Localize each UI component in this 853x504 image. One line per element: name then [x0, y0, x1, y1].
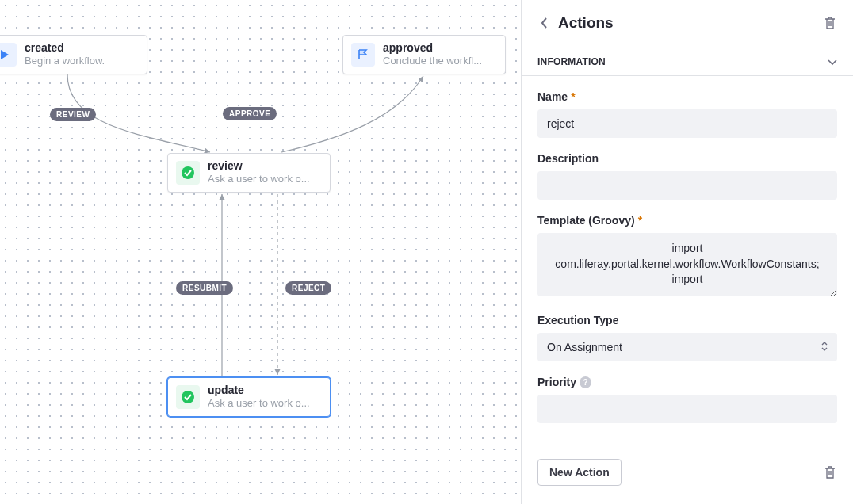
node-subtitle: Conclude the workfl...	[383, 55, 482, 68]
check-circle-icon	[176, 385, 200, 409]
node-title: review	[208, 159, 310, 173]
actions-panel: Actions INFORMATION Name * Description T…	[522, 0, 853, 504]
node-update[interactable]: update Ask a user to work o...	[167, 377, 331, 417]
trash-icon[interactable]	[823, 16, 837, 30]
workflow-canvas[interactable]: created Begin a workflow. approved Concl…	[0, 0, 522, 504]
back-chevron-icon[interactable]	[537, 16, 552, 30]
section-label: INFORMATION	[537, 56, 606, 67]
chevron-down-icon	[828, 55, 837, 69]
node-title: created	[25, 41, 105, 55]
execution-type-value: On Assignment	[547, 341, 622, 353]
edge-label-reject: REJECT	[285, 281, 331, 295]
required-asterisk: *	[638, 214, 642, 227]
node-title: update	[208, 384, 310, 397]
trash-icon[interactable]	[823, 465, 837, 479]
execution-type-select[interactable]: On Assignment	[537, 333, 837, 361]
template-textarea[interactable]	[537, 233, 837, 296]
node-subtitle: Ask a user to work o...	[208, 397, 310, 410]
edge-label-review: REVIEW	[50, 108, 96, 121]
node-subtitle: Begin a workflow.	[25, 55, 105, 68]
new-action-button[interactable]: New Action	[537, 459, 622, 486]
divider	[522, 441, 853, 441]
edge-label-approve: APPROVE	[223, 107, 277, 120]
help-icon[interactable]: ?	[580, 376, 591, 388]
edges-layer	[0, 0, 522, 504]
start-icon	[0, 43, 17, 67]
svg-point-1	[182, 391, 194, 403]
select-arrows-icon	[821, 341, 828, 353]
node-approved[interactable]: approved Conclude the workfl...	[342, 35, 506, 74]
priority-input[interactable]	[537, 395, 837, 423]
svg-point-0	[182, 166, 194, 179]
required-asterisk: *	[571, 90, 575, 103]
check-circle-icon	[176, 161, 200, 185]
node-review[interactable]: review Ask a user to work o...	[167, 153, 331, 193]
panel-title: Actions	[558, 14, 614, 32]
section-information-header[interactable]: INFORMATION	[522, 48, 853, 76]
name-input[interactable]	[537, 109, 837, 138]
node-subtitle: Ask a user to work o...	[208, 173, 310, 186]
name-label: Name	[537, 90, 568, 103]
execution-type-label: Execution Type	[537, 314, 618, 326]
description-label: Description	[537, 152, 599, 165]
node-title: approved	[383, 41, 482, 55]
edge-label-resubmit: RESUBMIT	[176, 281, 233, 295]
priority-label: Priority	[537, 376, 576, 388]
flag-icon	[351, 43, 375, 67]
template-label: Template (Groovy)	[537, 214, 635, 227]
node-created[interactable]: created Begin a workflow.	[0, 35, 147, 74]
description-input[interactable]	[537, 171, 837, 200]
